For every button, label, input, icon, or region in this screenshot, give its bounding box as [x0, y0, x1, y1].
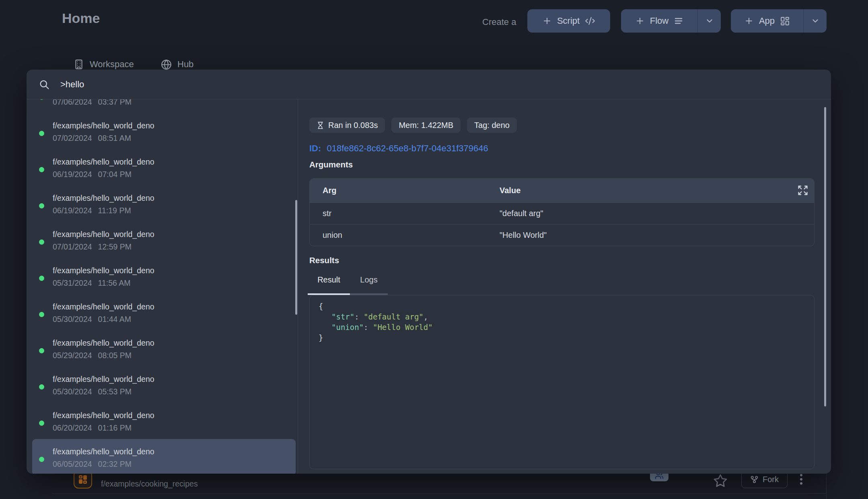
run-date: 07/01/2024 — [53, 242, 92, 252]
success-status-dot — [39, 457, 44, 462]
run-timestamp: 05/29/2024 08:05 PM — [53, 351, 132, 360]
run-time: 03:37 PM — [98, 99, 132, 107]
content-edge-divider — [826, 474, 827, 499]
column-header-value: Value — [500, 186, 520, 195]
run-stats-row: Ran in 0.083s Mem: 1.422MB Tag: deno — [309, 118, 517, 133]
run-path: f/examples/hello_world_deno — [53, 302, 154, 311]
run-list-item[interactable]: f/examples/hello_world_deno 05/29/2024 0… — [32, 330, 296, 367]
run-date: 06/19/2024 — [53, 170, 92, 179]
run-date: 06/20/2024 — [53, 423, 92, 433]
run-list-item[interactable]: f/examples/hello_world_deno 07/02/2024 0… — [32, 113, 296, 149]
run-timestamp: 06/19/2024 07:04 PM — [53, 170, 132, 179]
run-list-item[interactable]: f/examples/hello_world_deno 06/19/2024 1… — [32, 186, 296, 222]
arg-name: union — [323, 231, 342, 240]
run-timestamp: 06/19/2024 11:19 PM — [53, 206, 131, 215]
run-date: 06/05/2024 — [53, 460, 92, 469]
arg-name: str — [323, 209, 331, 218]
run-list-item[interactable]: f/examples/hello_world_deno 05/31/2024 1… — [32, 258, 296, 294]
success-status-dot — [39, 167, 44, 172]
run-time: 12:59 PM — [98, 242, 132, 252]
star-icon — [713, 474, 728, 488]
table-row: union "Hello World" — [310, 224, 814, 246]
run-path: f/examples/hello_world_deno — [53, 338, 154, 348]
run-path: f/examples/hello_world_deno — [53, 157, 154, 167]
run-list-item[interactable]: f/examples/hello_world_deno 06/19/2024 0… — [32, 149, 296, 186]
run-detail-panel: Ran in 0.083s Mem: 1.422MB Tag: deno ID:… — [298, 99, 831, 474]
memory-badge-label: Mem: 1.422MB — [399, 121, 453, 130]
run-time: 11:19 PM — [98, 206, 131, 215]
json-open-brace: { — [319, 301, 814, 311]
run-time: 05:53 PM — [98, 387, 132, 396]
app-window: Home Create a Script Flow App Workspace … — [0, 0, 868, 499]
success-status-dot — [39, 99, 44, 100]
run-list-item[interactable]: f/examples/hello_world_deno 06/05/2024 0… — [32, 439, 296, 474]
list-scrollbar-thumb[interactable] — [295, 200, 297, 315]
app-grid-icon — [78, 474, 88, 485]
command-palette-modal: 07/06/2024 03:37 PM f/examples/hello_wor… — [27, 70, 831, 474]
arguments-table: Arg Value str "default arg" union "Hello… — [309, 178, 815, 246]
run-list-item[interactable]: f/examples/hello_world_deno 05/30/2024 0… — [32, 294, 296, 330]
run-timestamp: 05/31/2024 11:56 AM — [53, 278, 131, 288]
run-id-row: ID: 018fe862-8c62-65e8-b7f7-04e31f379646 — [309, 143, 488, 154]
results-section-title: Results — [309, 256, 339, 265]
run-path: f/examples/hello_world_deno — [53, 447, 154, 456]
run-time: 07:04 PM — [98, 170, 132, 179]
item-path: f/examples/cooking_recipes — [101, 479, 198, 489]
tag-badge: Tag: deno — [467, 118, 517, 133]
run-id-value[interactable]: 018fe862-8c62-65e8-b7f7-04e31f379646 — [327, 143, 488, 153]
search-icon — [39, 79, 50, 90]
run-list-item[interactable]: f/examples/hello_world_deno 05/30/2024 0… — [32, 367, 296, 403]
run-list-item[interactable]: f/examples/hello_world_deno 06/20/2024 0… — [32, 403, 296, 439]
expand-table-button[interactable] — [797, 185, 808, 196]
success-status-dot — [39, 421, 44, 426]
json-close-brace: } — [319, 332, 814, 343]
tab-result[interactable]: Result — [308, 275, 350, 295]
run-timestamp: 06/20/2024 01:16 PM — [53, 423, 132, 433]
run-date: 05/29/2024 — [53, 351, 92, 360]
run-time: 01:44 AM — [98, 315, 131, 324]
run-timestamp: 07/01/2024 12:59 PM — [53, 242, 132, 252]
memory-badge: Mem: 1.422MB — [391, 118, 461, 133]
arguments-table-header: Arg Value — [310, 179, 814, 202]
run-path: f/examples/hello_world_deno — [53, 375, 154, 384]
run-list-item[interactable]: f/examples/hello_world_deno 07/01/2024 1… — [32, 222, 296, 258]
run-timestamp: 05/30/2024 01:44 AM — [53, 315, 131, 324]
tab-logs[interactable]: Logs — [350, 275, 388, 295]
run-time: 08:51 AM — [98, 134, 131, 143]
success-status-dot — [39, 203, 44, 208]
favorite-star-button[interactable] — [713, 474, 728, 488]
run-path: f/examples/hello_world_deno — [53, 266, 154, 275]
expand-icon — [797, 185, 808, 196]
duration-badge: Ran in 0.083s — [309, 118, 385, 133]
run-time: 02:32 PM — [98, 460, 132, 469]
run-path: f/examples/hello_world_deno — [53, 121, 154, 130]
run-id-label: ID: — [309, 143, 321, 153]
run-date: 05/31/2024 — [53, 278, 92, 288]
run-history-list: 07/06/2024 03:37 PM f/examples/hello_wor… — [27, 99, 298, 474]
search-bar — [27, 70, 831, 99]
detail-scrollbar-thumb[interactable] — [824, 107, 826, 406]
hourglass-icon — [317, 121, 324, 130]
run-list-item[interactable]: 07/06/2024 03:37 PM — [32, 99, 296, 113]
run-time: 11:56 AM — [98, 278, 131, 288]
search-input[interactable] — [60, 79, 831, 90]
run-date: 07/06/2024 — [53, 99, 92, 107]
success-status-dot — [39, 312, 44, 317]
results-tabs: Result Logs — [308, 275, 388, 295]
more-options-button[interactable] — [796, 472, 807, 486]
arg-value: "Hello World" — [500, 231, 547, 240]
run-time: 01:16 PM — [98, 423, 132, 433]
run-timestamp: 06/05/2024 02:32 PM — [53, 460, 132, 469]
duration-badge-label: Ran in 0.083s — [328, 121, 378, 130]
success-status-dot — [39, 384, 44, 390]
run-path: f/examples/hello_world_deno — [53, 411, 154, 420]
run-date: 06/19/2024 — [53, 206, 92, 215]
success-status-dot — [39, 348, 44, 353]
success-status-dot — [39, 276, 44, 281]
column-header-arg: Arg — [323, 186, 336, 195]
success-status-dot — [39, 239, 44, 245]
run-timestamp: 07/02/2024 08:51 AM — [53, 134, 131, 143]
kebab-menu-icon — [796, 472, 807, 486]
run-date: 07/02/2024 — [53, 134, 92, 143]
result-json-viewer: { "str": "default arg", "union": "Hello … — [309, 295, 815, 469]
